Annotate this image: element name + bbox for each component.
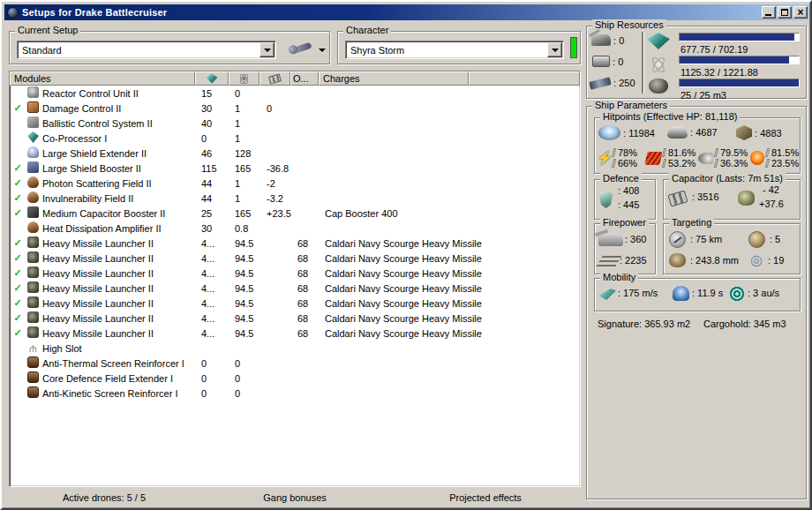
module-charge: Caldari Navy Scourge Heavy Missile	[320, 268, 579, 279]
module-powergrid: 94.5	[229, 283, 260, 294]
ship-resources-label: Ship Resources	[592, 19, 666, 30]
launcher-hardpoints-icon	[592, 56, 610, 67]
module-name: Reactor Control Unit II	[42, 88, 196, 99]
shield-hp-icon	[598, 125, 620, 140]
tab-projected-effects[interactable]: Projected effects	[390, 490, 581, 506]
max-velocity-value: : 175 m/s	[618, 288, 658, 298]
table-row[interactable]: ✓Damage Control II3010	[11, 101, 579, 116]
module-charge: Cap Booster 400	[320, 208, 579, 219]
kinetic-shield-resist: 79.5%	[720, 147, 748, 158]
capacitor-icon	[268, 73, 282, 84]
module-overload: 68	[291, 238, 320, 249]
module-icon-hardener	[27, 176, 39, 188]
module-powergrid: 1	[229, 103, 260, 114]
dps-icon	[596, 256, 621, 266]
table-row[interactable]: Ballistic Control System II401	[11, 116, 579, 131]
calibration-value: : 250	[613, 78, 635, 88]
module-powergrid: 0.8	[229, 223, 260, 234]
module-cpu: 30	[196, 103, 229, 114]
module-powergrid: 94.5	[229, 268, 260, 279]
column-header-capacitor[interactable]	[259, 71, 290, 86]
table-row[interactable]: ✓Heavy Missile Launcher II4...94.568Cald…	[11, 281, 579, 296]
module-cap-use: -2	[260, 178, 291, 189]
module-icon-launcher	[27, 296, 39, 308]
table-row[interactable]: Large Shield Extender II46128	[11, 146, 579, 161]
setup-dropdown-button[interactable]	[259, 42, 274, 57]
module-icon-highslot: Ψ	[27, 342, 39, 354]
module-overload: 68	[291, 328, 320, 339]
column-header-charges[interactable]: Charges	[319, 71, 469, 86]
table-row[interactable]: ΨHigh Slot	[11, 341, 579, 356]
column-header-powergrid[interactable]	[229, 71, 259, 86]
module-powergrid: 0	[229, 388, 260, 399]
module-icon-reactor	[27, 86, 39, 98]
table-row[interactable]: ✓Heavy Missile Launcher II4...94.568Cald…	[11, 251, 579, 266]
character-dropdown-button[interactable]	[547, 42, 562, 57]
table-row[interactable]: ✓Heavy Missile Launcher II4...94.568Cald…	[11, 236, 579, 251]
table-row[interactable]: ✓Heavy Missile Launcher II4...94.568Cald…	[11, 311, 579, 326]
tab-gang-bonuses[interactable]: Gang bonuses	[199, 490, 390, 506]
table-row[interactable]: ✓Photon Scattering Field II441-2	[11, 176, 579, 191]
table-row[interactable]: ✓Heavy Missile Launcher II4...94.568Cald…	[11, 266, 579, 281]
module-name: Heavy Missile Launcher II	[42, 283, 196, 294]
chevron-down-icon	[264, 49, 271, 52]
module-cpu: 25	[196, 208, 229, 219]
table-row[interactable]: ✓Large Shield Booster II115165-36.8	[11, 161, 579, 176]
table-row[interactable]: ✓Medium Capacitor Booster II25165+23.5Ca…	[11, 206, 579, 221]
sensor-strength-icon: ◎	[748, 252, 764, 268]
column-header-modules[interactable]: Modules	[10, 71, 195, 86]
setup-tools-chevron-icon[interactable]	[319, 49, 326, 52]
table-row[interactable]: ✓Invulnerability Field II441-3.2	[11, 191, 579, 206]
table-row[interactable]: Core Defence Field Extender I00	[11, 371, 579, 386]
titlebar[interactable]: Setups for Drake Battlecruiser ×	[4, 4, 809, 20]
calibration-icon	[589, 77, 611, 90]
modules-rows: Reactor Control Unit II150✓Damage Contro…	[11, 86, 579, 485]
module-charge: Caldari Navy Scourge Heavy Missile	[320, 253, 579, 264]
module-powergrid: 165	[229, 208, 260, 219]
powergrid-bar	[679, 56, 800, 64]
max-targets-value: : 5	[770, 234, 780, 244]
fitted-check-icon: ✓	[11, 162, 25, 174]
minimize-button[interactable]	[762, 6, 776, 19]
maximize-button[interactable]	[778, 6, 792, 19]
warp-speed-icon	[729, 286, 745, 302]
setup-select[interactable]: Standard	[17, 41, 276, 59]
column-header-overload[interactable]: O...	[290, 71, 319, 86]
module-cap-use: 0	[260, 103, 291, 114]
table-row[interactable]: ✓Heavy Missile Launcher II4...94.568Cald…	[11, 326, 579, 341]
firepower-label: Firepower	[600, 217, 649, 228]
table-row[interactable]: ✓Heavy Missile Launcher II4...94.568Cald…	[11, 296, 579, 311]
module-icon-bcs	[27, 116, 39, 128]
module-cpu: 4...	[196, 283, 229, 294]
minimize-icon	[765, 14, 771, 16]
fitted-check-icon: ✓	[11, 252, 25, 264]
window-title: Setups for Drake Battlecruiser	[22, 7, 762, 18]
character-group: Character Shyra Storm	[337, 31, 581, 64]
module-powergrid: 165	[229, 163, 260, 174]
module-powergrid: 0	[229, 358, 260, 369]
module-overload: 68	[291, 283, 320, 294]
align-time-value: : 11.9 s	[692, 288, 723, 298]
tab-active-drones[interactable]: Active drones: 5 / 5	[9, 490, 199, 506]
table-row[interactable]: Reactor Control Unit II150	[11, 86, 579, 101]
close-button[interactable]: ×	[793, 6, 808, 19]
align-time-icon	[673, 286, 689, 301]
module-icon-launcher	[27, 236, 39, 248]
defence-group: Defence : 408 : 445	[594, 179, 656, 220]
character-select[interactable]: Shyra Storm	[345, 41, 564, 59]
table-row[interactable]: Co-Processor I01	[11, 131, 579, 146]
mobility-group: Mobility : 175 m/s : 11.9 s : 3 au/s	[594, 278, 801, 311]
current-setup-label: Current Setup	[15, 25, 80, 35]
current-setup-group: Current Setup Standard	[9, 31, 330, 64]
em-resist-icon: ⚡	[597, 151, 611, 165]
table-row[interactable]: Anti-Thermal Screen Reinforcer I00	[11, 356, 579, 371]
thermal-armor-resist: 23.5%	[771, 158, 799, 169]
column-header-cpu[interactable]	[195, 71, 229, 86]
thermal-shield-resist: 81.5%	[771, 147, 799, 158]
table-row[interactable]: Heat Dissipation Amplifier II300.8	[11, 221, 579, 236]
table-row[interactable]: Anti-Kinetic Screen Reinforcer I00	[11, 386, 579, 401]
em-armor-resist: 66%	[618, 158, 637, 169]
setup-tools-icon[interactable]	[291, 42, 312, 54]
module-powergrid: 0	[229, 88, 260, 99]
module-cpu: 15	[196, 88, 229, 99]
